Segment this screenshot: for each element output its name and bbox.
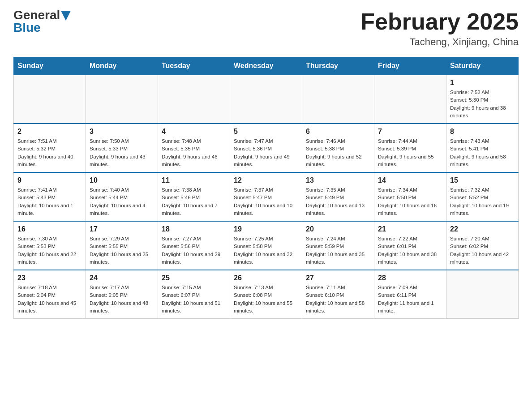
day-header-friday: Friday: [374, 57, 446, 75]
calendar-cell: [14, 75, 86, 124]
calendar-header-row: SundayMondayTuesdayWednesdayThursdayFrid…: [14, 57, 519, 75]
day-number: 15: [450, 176, 515, 184]
logo-top-row: General: [13, 9, 71, 21]
calendar-cell: 12Sunrise: 7:37 AMSunset: 5:47 PMDayligh…: [230, 172, 302, 221]
day-info: Sunrise: 7:25 AMSunset: 5:58 PMDaylight:…: [234, 235, 298, 266]
calendar-cell: 28Sunrise: 7:09 AMSunset: 6:11 PMDayligh…: [374, 270, 446, 319]
day-info: Sunrise: 7:40 AMSunset: 5:44 PMDaylight:…: [90, 186, 154, 217]
day-number: 2: [17, 128, 82, 136]
day-info: Sunrise: 7:27 AMSunset: 5:56 PMDaylight:…: [162, 235, 226, 266]
day-number: 1: [450, 79, 515, 87]
day-info: Sunrise: 7:44 AMSunset: 5:39 PMDaylight:…: [378, 137, 442, 168]
day-number: 6: [306, 128, 370, 136]
week-row-1: 1Sunrise: 7:52 AMSunset: 5:30 PMDaylight…: [14, 75, 519, 124]
calendar-cell: 15Sunrise: 7:32 AMSunset: 5:52 PMDayligh…: [446, 172, 519, 221]
day-number: 5: [234, 128, 298, 136]
day-number: 18: [162, 225, 226, 233]
day-number: 11: [162, 176, 226, 184]
calendar-cell: 5Sunrise: 7:47 AMSunset: 5:36 PMDaylight…: [230, 124, 302, 172]
day-info: Sunrise: 7:35 AMSunset: 5:49 PMDaylight:…: [306, 186, 370, 217]
day-number: 20: [306, 225, 370, 233]
day-header-tuesday: Tuesday: [158, 57, 230, 75]
day-info: Sunrise: 7:48 AMSunset: 5:35 PMDaylight:…: [162, 137, 226, 168]
day-number: 4: [162, 128, 226, 136]
week-row-5: 23Sunrise: 7:18 AMSunset: 6:04 PMDayligh…: [14, 270, 519, 319]
calendar-cell: 18Sunrise: 7:27 AMSunset: 5:56 PMDayligh…: [158, 221, 230, 270]
day-number: 3: [90, 128, 154, 136]
day-info: Sunrise: 7:50 AMSunset: 5:33 PMDaylight:…: [90, 137, 154, 168]
day-number: 25: [162, 274, 226, 282]
logo-combined: General Blue: [13, 9, 71, 34]
page-title: February 2025: [360, 9, 519, 34]
logo: General Blue: [13, 9, 71, 34]
calendar-cell: 20Sunrise: 7:24 AMSunset: 5:59 PMDayligh…: [302, 221, 374, 270]
calendar-cell: 14Sunrise: 7:34 AMSunset: 5:50 PMDayligh…: [374, 172, 446, 221]
page-subtitle: Tacheng, Xinjiang, China: [360, 36, 519, 48]
day-info: Sunrise: 7:09 AMSunset: 6:11 PMDaylight:…: [378, 284, 442, 315]
day-info: Sunrise: 7:34 AMSunset: 5:50 PMDaylight:…: [378, 186, 442, 217]
calendar-cell: 4Sunrise: 7:48 AMSunset: 5:35 PMDaylight…: [158, 124, 230, 172]
calendar-cell: 26Sunrise: 7:13 AMSunset: 6:08 PMDayligh…: [230, 270, 302, 319]
calendar-cell: 6Sunrise: 7:46 AMSunset: 5:38 PMDaylight…: [302, 124, 374, 172]
logo-blue-text: Blue: [13, 21, 41, 34]
calendar-cell: 7Sunrise: 7:44 AMSunset: 5:39 PMDaylight…: [374, 124, 446, 172]
calendar-cell: 16Sunrise: 7:30 AMSunset: 5:53 PMDayligh…: [14, 221, 86, 270]
day-header-saturday: Saturday: [446, 57, 519, 75]
day-info: Sunrise: 7:51 AMSunset: 5:32 PMDaylight:…: [17, 137, 82, 168]
day-number: 27: [306, 274, 370, 282]
day-info: Sunrise: 7:18 AMSunset: 6:04 PMDaylight:…: [17, 284, 82, 315]
day-info: Sunrise: 7:37 AMSunset: 5:47 PMDaylight:…: [234, 186, 298, 217]
day-number: 12: [234, 176, 298, 184]
week-row-2: 2Sunrise: 7:51 AMSunset: 5:32 PMDaylight…: [14, 124, 519, 172]
day-info: Sunrise: 7:52 AMSunset: 5:30 PMDaylight:…: [450, 89, 515, 120]
day-info: Sunrise: 7:11 AMSunset: 6:10 PMDaylight:…: [306, 284, 370, 315]
day-number: 28: [378, 274, 442, 282]
day-info: Sunrise: 7:30 AMSunset: 5:53 PMDaylight:…: [17, 235, 82, 266]
calendar-cell: [302, 75, 374, 124]
day-info: Sunrise: 7:46 AMSunset: 5:38 PMDaylight:…: [306, 137, 370, 168]
day-info: Sunrise: 7:22 AMSunset: 6:01 PMDaylight:…: [378, 235, 442, 266]
logo-arrow-icon: [61, 11, 71, 21]
day-header-sunday: Sunday: [14, 57, 86, 75]
calendar-cell: [158, 75, 230, 124]
calendar-cell: 22Sunrise: 7:20 AMSunset: 6:02 PMDayligh…: [446, 221, 519, 270]
day-header-thursday: Thursday: [302, 57, 374, 75]
day-number: 10: [90, 176, 154, 184]
calendar-cell: 9Sunrise: 7:41 AMSunset: 5:43 PMDaylight…: [14, 172, 86, 221]
calendar-cell: 13Sunrise: 7:35 AMSunset: 5:49 PMDayligh…: [302, 172, 374, 221]
calendar-cell: 19Sunrise: 7:25 AMSunset: 5:58 PMDayligh…: [230, 221, 302, 270]
calendar-table: SundayMondayTuesdayWednesdayThursdayFrid…: [13, 57, 519, 319]
day-number: 23: [17, 274, 82, 282]
day-info: Sunrise: 7:38 AMSunset: 5:46 PMDaylight:…: [162, 186, 226, 217]
day-number: 21: [378, 225, 442, 233]
day-number: 22: [450, 225, 515, 233]
calendar-cell: 1Sunrise: 7:52 AMSunset: 5:30 PMDaylight…: [446, 75, 519, 124]
calendar-cell: 24Sunrise: 7:17 AMSunset: 6:05 PMDayligh…: [86, 270, 158, 319]
logo-general-text: General: [13, 9, 60, 21]
day-info: Sunrise: 7:15 AMSunset: 6:07 PMDaylight:…: [162, 284, 226, 315]
calendar-cell: 23Sunrise: 7:18 AMSunset: 6:04 PMDayligh…: [14, 270, 86, 319]
day-number: 19: [234, 225, 298, 233]
day-info: Sunrise: 7:20 AMSunset: 6:02 PMDaylight:…: [450, 235, 515, 266]
day-info: Sunrise: 7:29 AMSunset: 5:55 PMDaylight:…: [90, 235, 154, 266]
day-number: 14: [378, 176, 442, 184]
page-header: General Blue February 2025 Tacheng, Xinj…: [13, 9, 519, 48]
day-number: 13: [306, 176, 370, 184]
calendar-cell: 21Sunrise: 7:22 AMSunset: 6:01 PMDayligh…: [374, 221, 446, 270]
calendar-cell: 8Sunrise: 7:43 AMSunset: 5:41 PMDaylight…: [446, 124, 519, 172]
day-number: 24: [90, 274, 154, 282]
day-info: Sunrise: 7:24 AMSunset: 5:59 PMDaylight:…: [306, 235, 370, 266]
title-block: February 2025 Tacheng, Xinjiang, China: [360, 9, 519, 48]
day-number: 9: [17, 176, 82, 184]
calendar-cell: 17Sunrise: 7:29 AMSunset: 5:55 PMDayligh…: [86, 221, 158, 270]
calendar-cell: 11Sunrise: 7:38 AMSunset: 5:46 PMDayligh…: [158, 172, 230, 221]
day-header-monday: Monday: [86, 57, 158, 75]
day-info: Sunrise: 7:32 AMSunset: 5:52 PMDaylight:…: [450, 186, 515, 217]
day-number: 17: [90, 225, 154, 233]
calendar-cell: [230, 75, 302, 124]
svg-marker-0: [61, 11, 71, 21]
calendar-cell: 3Sunrise: 7:50 AMSunset: 5:33 PMDaylight…: [86, 124, 158, 172]
week-row-3: 9Sunrise: 7:41 AMSunset: 5:43 PMDaylight…: [14, 172, 519, 221]
calendar-cell: [86, 75, 158, 124]
day-info: Sunrise: 7:43 AMSunset: 5:41 PMDaylight:…: [450, 137, 515, 168]
